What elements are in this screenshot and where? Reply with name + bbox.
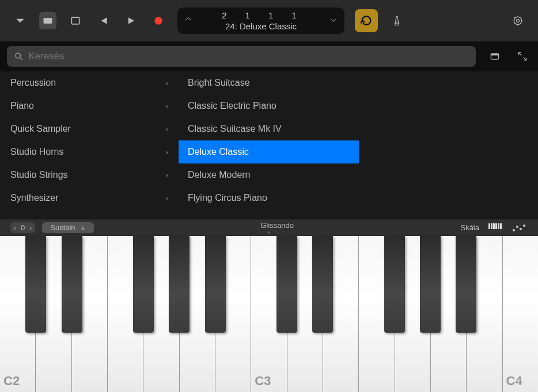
chevron-right-icon: › — [165, 101, 168, 111]
sustain-label: Sustain — [50, 223, 75, 232]
chevron-right-icon: › — [165, 170, 168, 180]
chevron-right-icon: › — [165, 124, 168, 134]
counter-beat: 1 — [245, 10, 253, 20]
instrument-row[interactable]: Flying Circus Piano — [179, 187, 359, 210]
instrument-row[interactable]: Deluxe Modern — [179, 163, 359, 187]
svg-rect-13 — [495, 223, 497, 229]
category-row[interactable]: Studio Strings› — [0, 163, 179, 187]
svg-point-16 — [513, 229, 515, 231]
keyboard-mode-display[interactable]: Glissando ● ○ ○ — [101, 221, 454, 235]
search-box[interactable] — [7, 46, 476, 67]
instrument-label: Flying Circus Piano — [188, 193, 267, 203]
prev-track-button[interactable] — [184, 16, 192, 26]
play-button[interactable] — [122, 12, 139, 29]
svg-point-5 — [16, 53, 21, 58]
go-to-start-button[interactable] — [94, 12, 112, 29]
view-toggle-button[interactable] — [486, 48, 503, 65]
category-label: Piano — [10, 101, 34, 111]
keyboard-toolbar: ‹ 0 › Sustain Glissando ● ○ ○ Skála — [0, 219, 538, 236]
window-button[interactable] — [67, 12, 84, 29]
search-input[interactable] — [28, 51, 469, 62]
keyboard-view-icon[interactable] — [487, 223, 503, 233]
black-key[interactable] — [276, 236, 297, 333]
counter-div: 1 — [268, 10, 276, 20]
black-key[interactable] — [420, 236, 441, 333]
octave-nav: ‹ 0 › — [10, 222, 35, 233]
keyboard-right-controls: Skála — [460, 223, 528, 233]
instrument-row-selected[interactable]: Deluxe Classic — [179, 140, 359, 163]
svg-rect-10 — [488, 223, 490, 229]
octave-value: 0 — [21, 223, 25, 232]
category-column: Percussion› Piano› Quick Sampler› Studio… — [0, 71, 179, 219]
octave-up-button[interactable]: › — [29, 224, 32, 232]
instrument-label: Classic Suitcase Mk IV — [188, 124, 282, 134]
white-key-c4[interactable]: C4 — [503, 236, 538, 392]
scale-button[interactable]: Skála — [460, 223, 479, 232]
svg-point-2 — [154, 17, 162, 24]
lock-icon — [80, 224, 86, 231]
sustain-toggle[interactable]: Sustain — [42, 222, 93, 233]
chevron-right-icon: › — [165, 78, 168, 87]
chevron-right-icon: › — [165, 193, 168, 203]
category-row[interactable]: Quick Sampler› — [0, 117, 179, 140]
svg-rect-11 — [491, 223, 492, 229]
piano-keyboard[interactable]: C2 C3 C4 — [0, 236, 538, 392]
instrument-label: Bright Suitcase — [188, 78, 250, 88]
svg-rect-8 — [81, 227, 84, 230]
instrument-column: Bright Suitcase Classic Electric Piano C… — [179, 71, 359, 219]
category-row[interactable]: Piano› — [0, 94, 179, 117]
metronome-button[interactable] — [388, 12, 406, 29]
browser-empty-column — [359, 71, 538, 219]
instrument-row[interactable]: Classic Suitcase Mk IV — [179, 117, 359, 140]
category-label: Quick Sampler — [10, 124, 71, 134]
black-key[interactable] — [384, 236, 405, 333]
track-name-display: 24: Deluxe Classic — [192, 21, 329, 31]
counter-tick: 1 — [291, 10, 300, 20]
category-label: Synthesizer — [10, 193, 59, 203]
cycle-button[interactable] — [355, 9, 378, 32]
black-key[interactable] — [133, 236, 154, 333]
svg-rect-14 — [498, 223, 499, 229]
transport-bar: 2 1 1 1 24: Deluxe Classic — [0, 0, 538, 41]
category-row[interactable]: Percussion› — [0, 71, 179, 94]
black-key[interactable] — [62, 236, 82, 333]
category-label: Percussion — [10, 78, 56, 88]
black-key[interactable] — [169, 236, 190, 333]
fullscreen-button[interactable] — [514, 48, 531, 65]
menu-chevron-down-icon[interactable] — [12, 12, 29, 29]
record-button[interactable] — [150, 12, 167, 29]
svg-rect-15 — [500, 223, 502, 229]
counter-bar: 2 — [222, 10, 230, 20]
svg-rect-12 — [493, 223, 495, 229]
lcd-display[interactable]: 2 1 1 1 24: Deluxe Classic — [177, 7, 344, 34]
instrument-label: Deluxe Classic — [188, 147, 249, 157]
black-key[interactable] — [456, 236, 476, 333]
category-row[interactable]: Studio Horns› — [0, 140, 179, 163]
black-key[interactable] — [25, 236, 46, 333]
sound-browser: Percussion› Piano› Quick Sampler› Studio… — [0, 71, 538, 219]
black-key[interactable] — [205, 236, 226, 333]
search-row — [0, 41, 538, 71]
lcd-center: 2 1 1 1 24: Deluxe Classic — [192, 10, 329, 31]
svg-point-4 — [517, 20, 520, 22]
search-icon — [14, 51, 24, 62]
svg-point-17 — [516, 226, 518, 228]
instrument-label: Deluxe Modern — [188, 170, 251, 180]
arpeggiator-icon[interactable] — [512, 223, 528, 233]
page-dots: ● ○ ○ — [101, 230, 454, 235]
instrument-row[interactable]: Classic Electric Piano — [179, 94, 359, 117]
settings-button[interactable] — [509, 12, 526, 29]
black-key[interactable] — [312, 236, 333, 333]
instrument-row[interactable]: Bright Suitcase — [179, 71, 359, 94]
key-label: C3 — [255, 374, 271, 389]
svg-point-19 — [523, 224, 525, 227]
svg-point-18 — [520, 228, 522, 230]
category-row[interactable]: Synthesizer› — [0, 187, 179, 210]
next-track-button[interactable] — [329, 16, 338, 26]
octave-down-button[interactable]: ‹ — [14, 224, 16, 232]
key-label: C2 — [3, 374, 20, 389]
instrument-label: Classic Electric Piano — [188, 101, 276, 111]
category-label: Studio Horns — [10, 147, 64, 157]
mode-label: Glissando — [101, 221, 454, 230]
library-button[interactable] — [39, 12, 56, 29]
